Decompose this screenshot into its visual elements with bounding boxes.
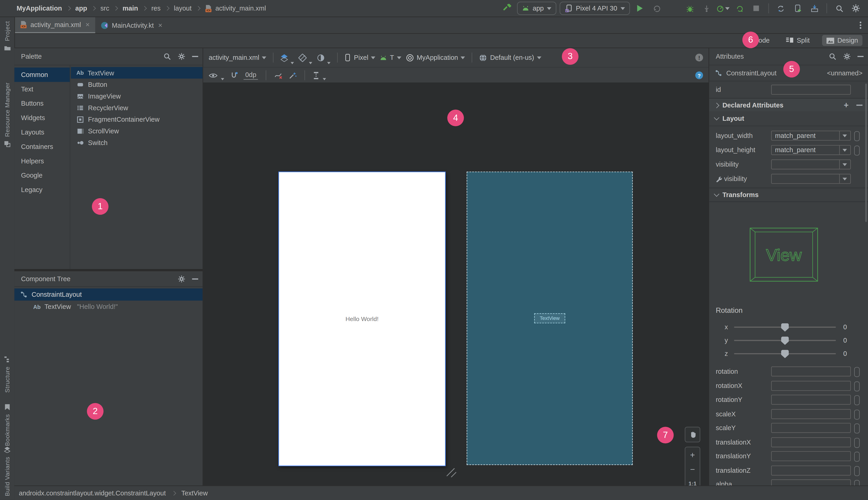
minimize-icon[interactable]	[192, 56, 198, 57]
mode-design-button[interactable]: Design	[822, 35, 863, 46]
palette-item-button[interactable]: Button	[71, 79, 203, 90]
palette-item-imageview[interactable]: ImageView	[71, 90, 203, 102]
night-mode-icon[interactable]	[317, 53, 325, 61]
slider-thumb[interactable]	[781, 323, 789, 332]
constraint-toggle[interactable]	[854, 423, 860, 433]
device-for-preview-select[interactable]: Pixel	[345, 54, 376, 61]
constraint-toggle[interactable]	[854, 480, 860, 486]
theme-select[interactable]: MyApplication	[406, 53, 465, 61]
canvas-resize-handle-icon[interactable]	[445, 466, 457, 478]
translationy-input[interactable]	[771, 451, 851, 461]
constraint-toggle[interactable]	[854, 146, 860, 155]
add-attribute-icon[interactable]: +	[844, 102, 848, 108]
palette-category-containers[interactable]: Containers	[14, 139, 70, 154]
minimize-icon[interactable]	[857, 56, 864, 57]
sdk-manager-icon[interactable]	[808, 2, 821, 15]
rotationy-input[interactable]	[771, 395, 851, 405]
tab-options-kebab-icon[interactable]	[860, 22, 861, 29]
rotation-x-slider[interactable]	[734, 327, 836, 328]
zoom-actual-size-button[interactable]: 1:1	[685, 476, 700, 486]
palette-item-switch[interactable]: Switch	[71, 137, 203, 148]
constraint-toggle[interactable]	[854, 466, 860, 476]
breadcrumb-constraintlayout[interactable]: androidx.constraintlayout.widget.Constra…	[19, 489, 166, 497]
sync-gradle-icon[interactable]	[775, 2, 788, 15]
declared-attributes-section[interactable]: Declared Attributes +	[709, 98, 868, 113]
tab-activity-main-xml[interactable]: <> activity_main.xml ×	[14, 17, 95, 33]
profile-restart-icon[interactable]	[733, 2, 746, 15]
breadcrumb-app[interactable]: app	[76, 4, 87, 12]
scrollbar[interactable]	[865, 84, 867, 222]
stop-icon[interactable]	[750, 2, 763, 15]
minimize-icon[interactable]	[192, 278, 198, 279]
breadcrumb-main[interactable]: main	[123, 4, 138, 12]
blueprint-textview[interactable]: TextView	[534, 313, 565, 323]
breadcrumb-textview[interactable]: TextView	[181, 489, 208, 497]
rotation-y-slider[interactable]	[734, 340, 836, 341]
design-surface-select-icon[interactable]	[280, 53, 288, 61]
tool-window-project[interactable]: Project	[0, 21, 14, 51]
constraint-toggle[interactable]	[854, 409, 860, 419]
api-version-select[interactable]: T	[380, 54, 401, 61]
default-margin-select[interactable]: 0dp	[243, 71, 258, 80]
translationx-input[interactable]	[771, 437, 851, 447]
constraint-toggle[interactable]	[854, 131, 860, 141]
palette-category-legacy[interactable]: Legacy	[14, 183, 70, 197]
gear-icon[interactable]	[843, 53, 851, 60]
blueprint-view-preview[interactable]: TextView	[467, 172, 633, 465]
pan-hand-button[interactable]	[685, 427, 700, 443]
zoom-in-button[interactable]: +	[685, 447, 700, 462]
slider-thumb[interactable]	[781, 350, 789, 358]
file-variant-select[interactable]: activity_main.xml	[209, 54, 266, 61]
tools-visibility-combo[interactable]	[771, 174, 851, 184]
palette-item-textview[interactable]: Ab TextView	[71, 67, 203, 79]
attach-debugger-icon[interactable]	[700, 2, 713, 15]
tree-row-textview[interactable]: Ab TextView "Hello World!"	[14, 300, 203, 313]
scaley-input[interactable]	[771, 423, 851, 433]
build-hammer-icon[interactable]	[501, 2, 514, 15]
design-canvas[interactable]: Hello World! TextView + − 1:1	[203, 82, 709, 486]
visibility-combo[interactable]	[771, 159, 851, 169]
hello-world-text[interactable]: Hello World!	[345, 316, 378, 322]
tool-window-build-variants[interactable]: Build Variants	[0, 446, 14, 496]
debug-button[interactable]	[683, 2, 696, 15]
layout-section-header[interactable]: Layout	[709, 111, 868, 126]
issues-warning-icon[interactable]: !	[695, 54, 703, 61]
breadcrumb-res[interactable]: res	[151, 4, 160, 12]
device-select[interactable]: Pixel 4 API 30	[560, 2, 630, 15]
clear-constraints-icon[interactable]	[274, 71, 283, 79]
tool-window-resource-manager[interactable]: Resource Manager	[0, 82, 14, 148]
constraint-toggle[interactable]	[854, 395, 860, 405]
profiler-icon[interactable]	[716, 2, 730, 15]
breadcrumb-project[interactable]: MyApplication	[16, 4, 62, 12]
rotation-z-slider[interactable]	[734, 353, 836, 354]
transform-view-preview[interactable]: View	[750, 228, 818, 282]
help-icon[interactable]: ?	[695, 71, 703, 79]
transforms-section-header[interactable]: Transforms	[709, 188, 868, 202]
tree-row-constraintlayout[interactable]: ConstraintLayout	[14, 288, 203, 300]
palette-category-widgets[interactable]: Widgets	[14, 111, 70, 125]
gear-icon[interactable]	[178, 53, 185, 60]
layout-height-combo[interactable]: match_parent	[771, 145, 851, 155]
constraint-toggle[interactable]	[854, 452, 860, 462]
tool-window-bookmarks[interactable]: Bookmarks	[0, 404, 14, 446]
breadcrumb-layout[interactable]: layout	[174, 4, 192, 12]
id-input[interactable]	[771, 85, 851, 95]
run-configuration-select[interactable]: app	[517, 2, 557, 15]
palette-category-google[interactable]: Google	[14, 168, 70, 183]
remove-attribute-icon[interactable]	[856, 105, 863, 106]
apply-changes-icon[interactable]	[650, 2, 663, 15]
apply-code-changes-icon[interactable]	[666, 2, 680, 15]
settings-gear-icon[interactable]	[849, 2, 863, 15]
rotationx-input[interactable]	[771, 380, 851, 390]
tool-window-structure[interactable]: Structure	[0, 356, 14, 393]
constraint-toggle[interactable]	[854, 438, 860, 447]
run-button[interactable]	[633, 2, 647, 15]
slider-thumb[interactable]	[781, 337, 789, 345]
pack-align-icon[interactable]	[313, 71, 319, 79]
panel-splitter[interactable]	[14, 269, 203, 271]
palette-item-recyclerview[interactable]: RecyclerView	[71, 102, 203, 114]
palette-item-scrollview[interactable]: ScrollView	[71, 125, 203, 137]
mode-split-button[interactable]: Split	[782, 35, 814, 46]
tab-mainactivity-kt[interactable]: MainActivity.kt ×	[95, 17, 168, 33]
palette-category-common[interactable]: Common	[14, 68, 70, 82]
